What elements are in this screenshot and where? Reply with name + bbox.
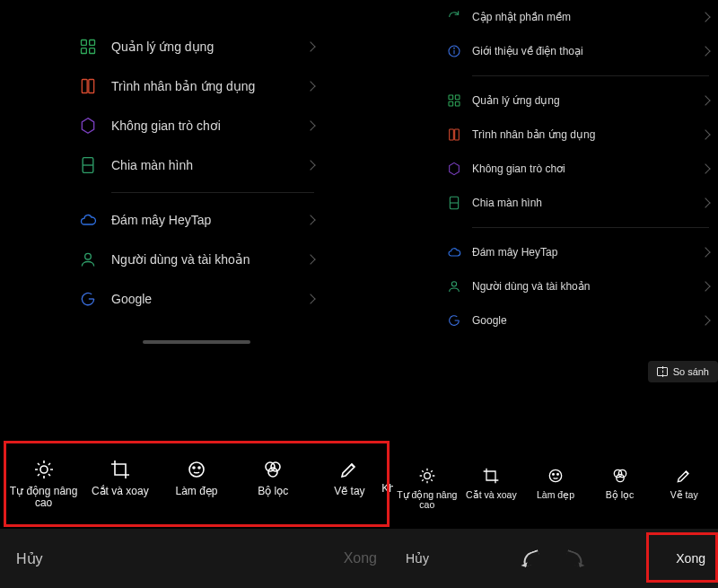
- settings-row-split[interactable]: Chia màn hình: [79, 145, 314, 185]
- edit-tool-auto[interactable]: Tự động nâng cao: [395, 467, 460, 511]
- user-icon: [447, 279, 461, 294]
- settings-row-label: Chia màn hình: [472, 197, 702, 209]
- settings-row-label: Trình nhân bản ứng dụng: [472, 128, 702, 141]
- auto-icon: [418, 467, 436, 485]
- settings-row-apps[interactable]: Quản lý ứng dụng: [447, 83, 709, 118]
- settings-row-label: Đám mây HeyTap: [111, 213, 307, 227]
- svg-point-11: [193, 467, 195, 469]
- svg-point-12: [198, 467, 200, 469]
- split-icon: [79, 156, 97, 174]
- game-icon: [447, 162, 461, 176]
- google-icon: [79, 290, 97, 308]
- edit-tool-label: Làm đẹp: [175, 486, 217, 497]
- chevron-right-icon: [305, 160, 315, 170]
- cancel-button[interactable]: Hủy: [16, 550, 43, 567]
- settings-row-apps[interactable]: Quản lý ứng dụng: [79, 27, 314, 66]
- chevron-right-icon: [700, 163, 710, 173]
- undo-icon[interactable]: [521, 549, 542, 567]
- svg-point-8: [85, 253, 92, 259]
- done-button[interactable]: Xong: [676, 551, 705, 566]
- svg-point-15: [268, 468, 277, 477]
- edit-tool-label: Cắt và xoay: [92, 486, 149, 497]
- settings-row-cloud[interactable]: Đám mây HeyTap: [447, 235, 709, 269]
- edit-tool-label: Làm đẹp: [537, 490, 574, 501]
- settings-row-label: Google: [472, 314, 702, 327]
- settings-row-user[interactable]: Người dùng và tài khoản: [79, 240, 314, 279]
- settings-row-label: Quản lý ứng dụng: [472, 94, 702, 107]
- settings-row-info[interactable]: Giới thiệu về điện thoại: [447, 34, 709, 68]
- cancel-button[interactable]: Hủy: [406, 551, 429, 566]
- chevron-right-icon: [700, 12, 710, 22]
- settings-row-label: Trình nhân bản ứng dụng: [111, 79, 307, 93]
- edit-tool-draw[interactable]: Vẽ tay: [311, 459, 388, 497]
- svg-point-9: [40, 466, 48, 473]
- draw-icon: [675, 467, 693, 485]
- chevron-right-icon: [305, 120, 315, 130]
- chevron-right-icon: [305, 294, 315, 303]
- svg-point-34: [616, 474, 623, 481]
- svg-rect-19: [449, 95, 453, 100]
- edit-tool-label: Tự động nâng cao: [395, 490, 460, 511]
- settings-row-google[interactable]: Google: [447, 303, 709, 338]
- preview-area: Cập nhật phần mềmGiới thiệu về điện thoạ…: [438, 0, 718, 389]
- settings-row-google[interactable]: Google: [79, 279, 314, 319]
- edit-toolbar: Tự động nâng caoCắt và xoayLàm đẹpBộ lọc…: [0, 450, 393, 518]
- settings-row-label: Chia màn hình: [111, 158, 307, 172]
- edit-tool-label: Bộ lọc: [258, 486, 288, 497]
- filter-icon: [262, 459, 284, 480]
- svg-point-31: [557, 473, 559, 475]
- beauty-icon: [186, 459, 207, 480]
- bottom-bar: Hủy Xong: [0, 529, 393, 588]
- settings-row-cloud[interactable]: Đám mây HeyTap: [79, 200, 314, 240]
- settings-row-split[interactable]: Chia màn hình: [447, 186, 709, 220]
- done-button[interactable]: Xong: [344, 550, 377, 566]
- drag-handle: [143, 340, 250, 344]
- cloud-icon: [79, 211, 97, 229]
- edit-tool-label: Tự động nâng cao: [5, 486, 82, 509]
- edit-tool-label: Vẽ tay: [334, 486, 364, 497]
- compare-icon: [657, 367, 668, 376]
- edit-tool-filter[interactable]: Bộ lọc: [588, 467, 652, 501]
- edit-tool-draw[interactable]: Vẽ tay: [652, 467, 716, 501]
- svg-point-27: [451, 282, 456, 286]
- separator: [472, 227, 709, 228]
- chevron-right-icon: [700, 197, 710, 207]
- chevron-right-icon: [700, 247, 710, 257]
- svg-rect-3: [90, 48, 95, 54]
- crop-icon: [109, 459, 131, 480]
- edit-tool-beauty[interactable]: Làm đẹp: [158, 459, 234, 497]
- svg-rect-4: [82, 80, 87, 93]
- settings-row-update[interactable]: Cập nhật phần mềm: [447, 0, 709, 34]
- edit-tool-beauty[interactable]: Làm đẹp: [523, 467, 588, 501]
- settings-row-label: Cập nhật phần mềm: [472, 11, 702, 23]
- redo-icon[interactable]: [564, 549, 585, 567]
- settings-row-clone[interactable]: Trình nhân bản ứng dụng: [79, 66, 314, 106]
- bottom-bar: Hủy Xong: [393, 529, 718, 588]
- split-icon: [447, 196, 461, 210]
- settings-row-game[interactable]: Không gian trò chơi: [447, 152, 709, 186]
- info-icon: [447, 44, 461, 58]
- settings-row-game[interactable]: Không gian trò chơi: [79, 106, 314, 145]
- chevron-right-icon: [305, 215, 315, 224]
- edit-tool-crop[interactable]: Cắt và xoay: [460, 467, 524, 501]
- settings-row-clone[interactable]: Trình nhân bản ứng dụng: [447, 118, 709, 152]
- edit-tool-auto[interactable]: Tự động nâng cao: [5, 459, 82, 509]
- svg-rect-1: [90, 40, 95, 46]
- settings-row-label: Người dùng và tài khoản: [472, 280, 702, 293]
- update-icon: [447, 10, 461, 24]
- chevron-right-icon: [305, 254, 315, 264]
- compare-button[interactable]: So sánh: [648, 361, 718, 382]
- chevron-right-icon: [700, 281, 710, 291]
- svg-rect-22: [455, 101, 460, 106]
- undo-redo-group: [522, 552, 583, 565]
- draw-icon: [338, 459, 360, 480]
- svg-point-33: [618, 470, 626, 477]
- edit-tool-filter[interactable]: Bộ lọc: [235, 459, 311, 497]
- separator: [472, 75, 709, 76]
- svg-point-29: [549, 470, 561, 481]
- chevron-right-icon: [700, 129, 710, 139]
- toolbar-item-cutoff: Kh: [381, 482, 393, 495]
- edit-tool-crop[interactable]: Cắt và xoay: [82, 459, 158, 497]
- settings-row-user[interactable]: Người dùng và tài khoản: [447, 269, 709, 303]
- svg-point-14: [271, 462, 280, 471]
